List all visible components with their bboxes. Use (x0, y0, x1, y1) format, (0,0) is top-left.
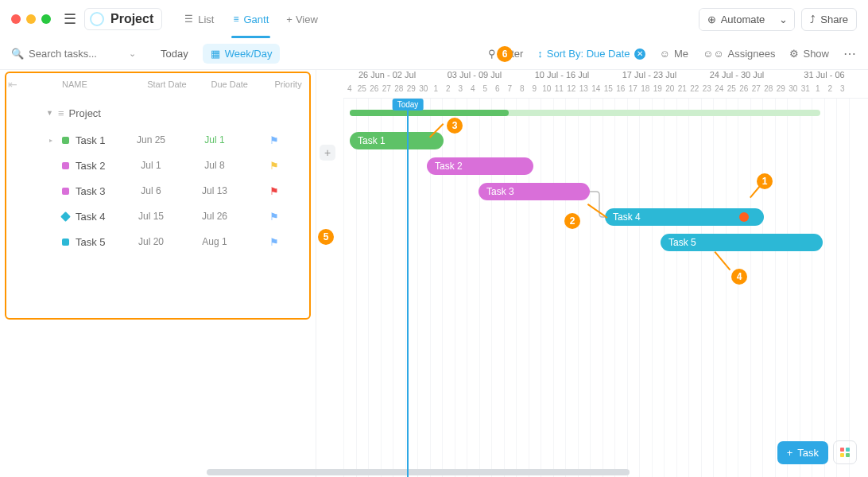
priority-cell[interactable]: ⚑ (246, 160, 302, 172)
callout-5: 5 (318, 229, 334, 245)
priority-cell[interactable]: ⚑ (246, 211, 302, 223)
due-date[interactable]: Jul 8 (183, 160, 246, 171)
collapse-icon[interactable]: ⇤ (8, 78, 17, 91)
search-icon: 🔍 (11, 48, 24, 60)
automate-dropdown[interactable]: ⌄ (773, 9, 794, 30)
horizontal-scrollbar[interactable] (207, 469, 630, 475)
chevron-down-icon[interactable]: ⌄ (129, 48, 136, 59)
due-date[interactable]: Jul 13 (183, 185, 246, 196)
tab-list[interactable]: ☰ List (175, 6, 223, 33)
task-name: Task 4 (76, 211, 106, 223)
gantt-bar[interactable]: Task 1 (350, 132, 444, 149)
priority-cell[interactable]: ⚑ (246, 236, 302, 248)
add-view-button[interactable]: + View (278, 7, 326, 32)
gantt-bar[interactable]: Task 5 (661, 234, 823, 251)
tab-gantt[interactable]: ≡ Gantt (223, 6, 278, 33)
day-label: 1 (812, 84, 824, 98)
show-button[interactable]: ⚙ Show (789, 48, 829, 60)
task-row[interactable]: ▸Task 1Jun 25Jul 1⚑ (0, 127, 316, 153)
gantt-bar[interactable]: Task 3 (479, 183, 590, 200)
new-task-button[interactable]: + Task (777, 441, 828, 464)
day-label: 30 (417, 84, 430, 98)
day-label: 23 (701, 84, 714, 98)
priority-cell[interactable]: ⚑ (246, 134, 302, 146)
task-row[interactable]: Task 3Jul 6Jul 13⚑ (0, 178, 316, 204)
more-menu[interactable]: ⋯ (843, 46, 857, 61)
col-start[interactable]: Start Date (136, 80, 199, 89)
start-date[interactable]: Jul 1 (119, 160, 183, 171)
sort-icon: ↕ (537, 48, 543, 60)
start-date[interactable]: Jun 25 (119, 134, 183, 145)
gantt-gridlines (343, 99, 868, 477)
search-box[interactable]: 🔍 ⌄ (11, 48, 146, 60)
start-date[interactable]: Jul 15 (119, 211, 183, 222)
gantt-body[interactable]: Today Task 1Task 2Task 3Task 4Task 5 (343, 99, 868, 477)
callout-4: 4 (731, 269, 747, 285)
share-label: Share (820, 14, 848, 25)
task-name-cell: Task 5 (0, 236, 119, 248)
apps-button[interactable] (833, 440, 857, 464)
priority-cell[interactable]: ⚑ (246, 185, 302, 197)
due-date[interactable]: Jul 26 (183, 211, 246, 222)
gear-icon: ⚙ (789, 48, 799, 60)
caret-right-icon[interactable]: ▸ (49, 137, 56, 144)
close-window-icon[interactable] (11, 14, 21, 24)
share-button[interactable]: ⤴ Share (801, 8, 857, 31)
col-name[interactable]: NAME (17, 80, 136, 89)
week-label: 31 Jul - 06 (781, 70, 868, 84)
day-label: 15 (603, 84, 615, 98)
today-button[interactable]: Today (154, 45, 195, 63)
menu-icon[interactable]: ☰ (60, 7, 79, 31)
week-header: 26 Jun - 02 Jul03 Jul - 09 Jul10 Jul - 1… (343, 70, 868, 84)
day-label: 2 (824, 84, 837, 98)
day-label: 24 (713, 84, 726, 98)
status-icon[interactable] (62, 162, 69, 169)
start-date[interactable]: Jul 6 (119, 185, 183, 196)
assignees-button[interactable]: ☺☺ Assignees (703, 48, 776, 60)
task-row[interactable]: Task 5Jul 20Aug 1⚑ (0, 229, 316, 254)
list-icon: ☰ (184, 14, 193, 25)
minimize-window-icon[interactable] (26, 14, 36, 24)
status-icon[interactable] (62, 188, 69, 195)
me-button[interactable]: ☺ Me (660, 48, 688, 60)
day-label: 10 (541, 84, 553, 98)
col-due[interactable]: Due Date (198, 80, 261, 89)
day-label: 25 (356, 84, 369, 98)
automate-button[interactable]: ⊕ Automate (699, 9, 773, 30)
sort-label: Sort By: Due Date (547, 48, 630, 60)
due-date[interactable]: Jul 1 (183, 134, 246, 145)
status-icon[interactable] (60, 211, 71, 222)
status-icon[interactable] (62, 137, 69, 144)
milestone-marker[interactable] (739, 212, 749, 222)
clear-sort-icon[interactable]: ✕ (634, 48, 645, 60)
task-name: Task 1 (76, 134, 106, 146)
callout-3: 3 (447, 118, 463, 134)
project-selector[interactable]: Project (84, 8, 162, 30)
flag-icon: ⚑ (269, 160, 279, 172)
day-label: 20 (664, 84, 676, 98)
col-priority[interactable]: Priority (261, 80, 316, 89)
gantt-bar[interactable]: Task 2 (427, 157, 533, 175)
maximize-window-icon[interactable] (41, 14, 51, 24)
task-row[interactable]: Task 4Jul 15Jul 26⚑ (0, 204, 316, 229)
day-label: 1 (430, 84, 443, 98)
me-label: Me (674, 48, 688, 60)
add-column-button[interactable]: + (320, 145, 335, 161)
timescale-selector[interactable]: ▦ Week/Day (203, 44, 281, 64)
search-input[interactable] (29, 48, 124, 60)
today-line (407, 99, 409, 477)
day-label: 9 (529, 84, 541, 98)
task-row[interactable]: Task 2Jul 1Jul 8⚑ (0, 153, 316, 178)
due-date[interactable]: Aug 1 (183, 236, 246, 247)
sort-button[interactable]: ↕ Sort By: Due Date ✕ (537, 48, 645, 60)
status-icon[interactable] (62, 238, 69, 246)
group-row[interactable]: ▼ ≡ Project (0, 99, 316, 127)
week-label: 26 Jun - 02 Jul (343, 70, 431, 84)
day-header: 4252627282930123456789101112131415161718… (343, 84, 868, 99)
day-label: 29 (405, 84, 418, 98)
gantt-icon: ≡ (233, 14, 238, 25)
list-icon: ≡ (58, 107, 64, 119)
plus-icon: + (286, 14, 293, 25)
start-date[interactable]: Jul 20 (119, 236, 183, 247)
day-label: 2 (442, 84, 455, 98)
